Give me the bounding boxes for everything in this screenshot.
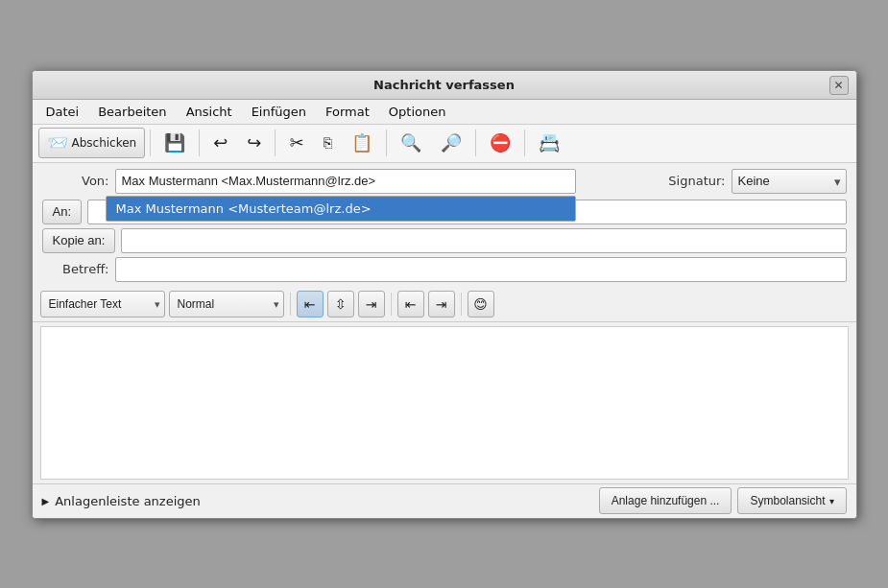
footer-right: Anlage hinzufügen ... Symbolansicht — [599, 487, 847, 514]
paste-button[interactable]: 📋 — [343, 128, 381, 158]
from-input[interactable] — [115, 169, 576, 194]
compose-window: Nachricht verfassen ✕ Datei Bearbeiten A… — [32, 70, 857, 519]
title-bar: Nachricht verfassen ✕ — [33, 71, 856, 100]
autocomplete-dropdown[interactable]: Max Mustermann <Musterteam@lrz.de> — [106, 196, 576, 222]
send-button[interactable]: 📨 Abschicken — [38, 128, 146, 158]
align-right-icon: ⇥ — [366, 296, 377, 312]
align-left-button[interactable]: ⇤ — [297, 291, 324, 318]
send-icon: 📨 — [47, 134, 68, 152]
toolbar-separator-2 — [199, 129, 200, 156]
align-center-button[interactable]: ⇳ — [327, 291, 354, 318]
subject-row: Betreff: — [42, 257, 847, 282]
cc-button[interactable]: Kopie an: — [42, 228, 116, 253]
window-title: Nachricht verfassen — [373, 78, 515, 92]
message-editor[interactable] — [40, 326, 849, 480]
attachment-toggle-label: Anlagenleiste anzeigen — [55, 494, 201, 508]
indent-less-button[interactable]: ⇤ — [397, 291, 424, 318]
emoji-button[interactable]: 😊 — [468, 291, 494, 318]
indent-less-icon: ⇤ — [405, 296, 417, 312]
menu-bar: Datei Bearbeiten Ansicht Einfügen Format… — [33, 100, 856, 125]
close-button[interactable]: ✕ — [829, 76, 849, 95]
paragraph-select-wrapper[interactable]: Normal Überschrift 1 Überschrift 2 Vorfo… — [169, 291, 284, 318]
text-format-select-wrapper[interactable]: Einfacher Text HTML — [40, 291, 165, 318]
undo-icon: ↩ — [213, 134, 228, 152]
menu-einfuegen[interactable]: Einfügen — [242, 103, 316, 121]
form-area: Von: Signatur: Keine Max Mustermann <Mus… — [33, 163, 856, 288]
indent-more-button[interactable]: ⇥ — [428, 291, 455, 318]
to-button[interactable]: An: — [42, 200, 83, 224]
align-right-button[interactable]: ⇥ — [358, 291, 385, 318]
from-row: Von: Signatur: Keine — [42, 169, 847, 194]
menu-optionen[interactable]: Optionen — [379, 103, 456, 121]
stop-icon: ⛔ — [490, 134, 511, 152]
menu-format[interactable]: Format — [316, 103, 379, 121]
search-button[interactable]: 🔍 — [392, 128, 430, 158]
add-attachment-button[interactable]: Anlage hinzufügen ... — [599, 487, 732, 514]
from-label: Von: — [42, 174, 109, 188]
signature-select-wrapper[interactable]: Keine — [732, 169, 847, 194]
autocomplete-item-0[interactable]: Max Mustermann <Musterteam@lrz.de> — [107, 197, 575, 221]
save-button[interactable]: 💾 — [156, 128, 194, 158]
cut-button[interactable]: ✂ — [280, 128, 312, 158]
signature-select[interactable]: Keine — [732, 169, 847, 194]
symbol-view-button[interactable]: Symbolansicht — [737, 487, 846, 514]
toolbar-separator-4 — [386, 129, 387, 156]
toolbar-separator-3 — [275, 129, 276, 156]
toolbar-separator-6 — [524, 129, 525, 156]
redo-button[interactable]: ↪ — [238, 128, 270, 158]
paragraph-select[interactable]: Normal Überschrift 1 Überschrift 2 Vorfo… — [169, 291, 284, 318]
signature-label: Signatur: — [668, 174, 725, 188]
subject-label: Betreff: — [42, 262, 109, 276]
copy-button[interactable]: ⎘ — [315, 128, 341, 158]
symbol-view-label: Symbolansicht — [750, 494, 833, 507]
align-center-icon: ⇳ — [335, 296, 347, 312]
cc-input[interactable] — [121, 228, 846, 253]
indent-more-icon: ⇥ — [436, 296, 447, 312]
search-icon: 🔍 — [400, 134, 421, 152]
search-replace-button[interactable]: 🔎 — [432, 128, 470, 158]
cut-icon: ✂ — [289, 134, 303, 152]
menu-bearbeiten[interactable]: Bearbeiten — [88, 103, 176, 121]
menu-datei[interactable]: Datei — [36, 103, 89, 121]
address-icon: 📇 — [539, 134, 560, 152]
toolbar: 📨 Abschicken 💾 ↩ ↪ ✂ ⎘ 📋 🔍 🔎 — [33, 125, 856, 163]
stop-button[interactable]: ⛔ — [481, 128, 519, 158]
search-replace-icon: 🔎 — [441, 134, 462, 152]
signature-row: Signatur: Keine — [668, 169, 846, 194]
cc-row: Kopie an: — [42, 228, 847, 253]
toolbar-separator-1 — [150, 129, 151, 156]
attachment-toggle-arrow: ▶ — [42, 496, 50, 506]
redo-icon: ↪ — [247, 134, 261, 152]
paste-icon: 📋 — [351, 134, 372, 152]
emoji-icon: 😊 — [473, 296, 488, 312]
address-button[interactable]: 📇 — [530, 128, 568, 158]
align-left-icon: ⇤ — [304, 296, 316, 312]
text-format-select[interactable]: Einfacher Text HTML — [40, 291, 165, 318]
footer-bar: ▶ Anlagenleiste anzeigen Anlage hinzufüg… — [33, 483, 856, 518]
attachment-toggle[interactable]: ▶ Anlagenleiste anzeigen — [42, 494, 201, 508]
fmt-separator-2 — [391, 293, 392, 316]
copy-icon: ⎘ — [324, 136, 332, 151]
toolbar-separator-5 — [475, 129, 476, 156]
undo-button[interactable]: ↩ — [204, 128, 236, 158]
fmt-separator-3 — [461, 293, 462, 316]
subject-input[interactable] — [115, 257, 847, 282]
save-icon: 💾 — [164, 134, 185, 152]
format-bar: Einfacher Text HTML Normal Überschrift 1… — [33, 288, 856, 322]
fmt-separator-1 — [290, 293, 291, 316]
menu-ansicht[interactable]: Ansicht — [177, 103, 242, 121]
